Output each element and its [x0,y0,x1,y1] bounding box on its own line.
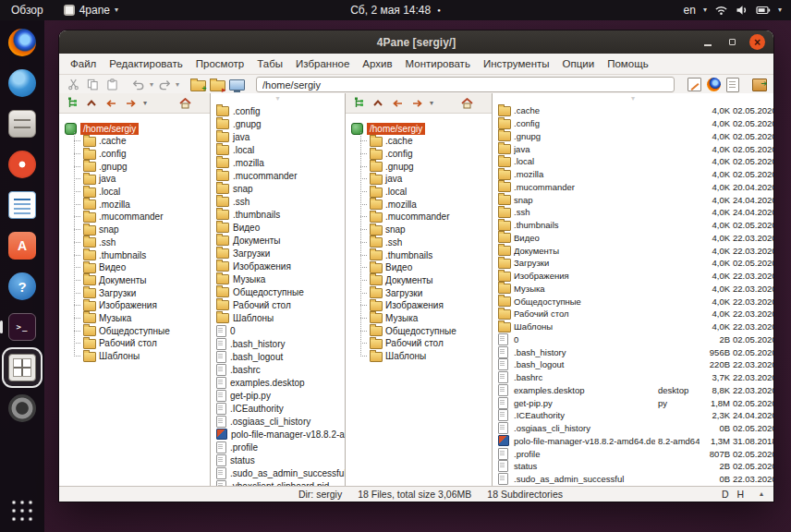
file-row[interactable]: .ssh 4,0K 24.04.2020 1 [498,206,773,219]
file-row[interactable]: .sudo_as_admin_successful 0B 22.03.2020 … [498,473,773,486]
menu-item[interactable]: Избранное [289,58,356,69]
file-row[interactable]: examples.desktop desktop 8,8K 22.03.2020… [498,384,773,397]
maximize-button[interactable] [724,34,740,50]
tree-item[interactable]: .config [360,148,492,161]
dock-item-settings[interactable] [4,390,41,427]
file-row[interactable]: .thumbnails [216,208,345,221]
file-row[interactable]: Шаблоны [216,311,345,324]
dock-item-firefox[interactable] [4,24,41,61]
system-tray[interactable]: en ▾ ▾ [675,0,791,20]
file-row[interactable]: .profile [216,441,345,453]
left-file-pane[interactable]: ▾ .config .gnupg java .local .mozilla .m… [211,93,346,487]
address-input[interactable] [256,77,675,92]
file-row[interactable]: .mucommander 4,0K 20.04.2020 1 [498,181,773,194]
file-row[interactable]: .bashrc [216,363,345,376]
file-row[interactable]: examples.desktop [216,376,345,389]
tree-item[interactable]: snap [74,224,210,236]
tree-root-item[interactable]: /home/sergiy [65,122,210,135]
file-row[interactable]: .bashrc 3,7K 22.03.2020 1 [498,371,773,384]
file-row[interactable]: Общедоступные 4,0K 22.03.2020 1 [498,295,773,308]
right-tree-pane[interactable]: ▾ /home/sergiy .cache .config .gnupg [346,93,493,487]
tree-item[interactable]: Общедоступные [360,324,492,337]
file-row[interactable]: .config [216,104,345,117]
dock-item-writer[interactable] [4,187,41,224]
tree-item[interactable]: Рабочий стол [360,337,492,350]
file-row[interactable]: status [216,453,345,466]
file-row[interactable]: .bash_logout [216,350,345,363]
dual-view-icon[interactable] [228,78,245,92]
file-row[interactable]: Видео [216,221,345,234]
tree-item[interactable]: Загрузки [360,286,492,299]
file-row[interactable]: Изображения 4,0K 22.03.2020 1 [498,270,773,283]
menu-item[interactable]: Помощь [601,58,654,69]
file-row[interactable]: .bash_logout 220B 22.03.2020 1 [498,358,773,371]
file-row[interactable]: get-pip.py py 1,8M 02.05.2020 1 [498,396,773,409]
undo-icon[interactable] [130,78,147,92]
tree-item[interactable]: Видео [360,261,492,274]
menu-item[interactable]: Редактировать [103,58,189,69]
dock-item-rhythmbox[interactable] [4,146,41,183]
tree-item[interactable]: .mucommander [360,211,492,224]
chevron-down-icon[interactable]: ▾ [176,81,179,89]
dock-item-4pane[interactable] [4,349,41,386]
new-tab-icon[interactable] [189,78,206,92]
file-row[interactable]: Рабочий стол [216,298,345,311]
dir-tree-icon[interactable] [352,97,365,110]
file-row[interactable]: Документы 4,0K 22.03.2020 1 [498,244,773,257]
tree-item[interactable]: Шаблоны [74,350,210,363]
menu-item[interactable]: Файл [64,58,103,69]
chevron-down-icon[interactable]: ▾ [143,100,147,107]
cut-icon[interactable] [65,78,81,92]
file-row[interactable]: .ICEauthority 2,3K 24.04.2020 1 [498,409,773,422]
tree-item[interactable]: java [360,173,492,186]
tree-item[interactable]: Видео [74,261,210,274]
file-row[interactable]: .osgiaas_cli_history 0B 02.05.2020 1 [498,422,773,435]
file-row[interactable]: .mozilla 4,0K 02.05.2020 1 [498,168,773,181]
dock-item-ubuntu-software[interactable]: A [4,227,41,264]
file-row[interactable]: .profile 807B 02.05.2020 1 [498,447,773,460]
tree-item[interactable]: Загрузки [74,286,210,299]
document-icon[interactable] [724,78,741,92]
close-button[interactable]: × [749,34,765,50]
home-icon[interactable] [178,97,191,110]
activities-button[interactable]: Обзор [0,0,55,20]
tree-item[interactable]: Шаблоны [360,350,492,363]
scroll-hint-icon[interactable]: ▾ [275,95,279,103]
tree-item[interactable]: snap [360,224,492,236]
dock-item-help[interactable]: ? [4,268,41,305]
file-row[interactable]: 0 [216,324,345,337]
menu-item[interactable]: Просмотр [189,58,251,69]
tree-item[interactable]: Документы [74,274,210,287]
scroll-hint-icon[interactable]: ▾ [631,95,635,103]
menu-item[interactable]: Табы [250,58,289,69]
file-row[interactable]: .gnupg 4,0K 02.05.2020 1 [498,130,773,143]
home-icon[interactable] [460,97,473,110]
file-row[interactable]: Загрузки [216,247,345,260]
menu-item[interactable]: Инструменты [477,58,556,69]
back-icon[interactable] [391,97,404,110]
show-applications-button[interactable] [10,499,34,523]
tree-item[interactable]: .thumbnails [360,248,492,261]
up-dir-icon[interactable] [371,97,384,110]
tree-item[interactable]: .gnupg [360,160,492,173]
file-row[interactable]: polo-file-manager-v18.8.2-amd64.deb 8.2-… [498,435,773,448]
back-icon[interactable] [104,97,117,110]
file-row[interactable]: status 2B 02.05.2020 1 [498,460,773,473]
tree-item[interactable]: Общедоступные [74,324,210,337]
redo-icon[interactable] [156,78,173,92]
file-row[interactable]: Загрузки 4,0K 02.05.2020 1 [498,257,773,270]
file-row[interactable]: java 4,0K 02.05.2020 1 [498,142,773,155]
file-row[interactable]: Изображения [216,260,345,272]
dock-item-files[interactable] [4,105,41,142]
file-row[interactable]: .ssh [216,195,345,208]
file-row[interactable]: .mucommander [216,169,345,182]
tree-item[interactable]: Музыка [360,312,492,325]
dock-item-thunderbird[interactable] [4,65,41,102]
tree-item[interactable]: .local [74,186,210,199]
file-row[interactable]: snap [216,182,345,195]
file-row[interactable]: snap 4,0K 24.04.2020 1 [498,193,773,206]
file-row[interactable]: .gnupg [216,117,345,130]
file-row[interactable]: .cache 4,0K 02.05.2020 1 [498,104,773,117]
file-row[interactable]: .thumbnails 4,0K 02.05.2020 1 [498,219,773,232]
tree-item[interactable]: .mucommander [74,211,210,224]
